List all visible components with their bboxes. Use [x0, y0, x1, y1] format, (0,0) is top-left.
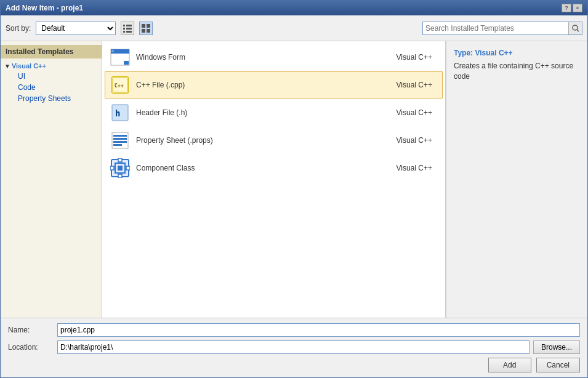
svg-rect-31	[118, 174, 122, 178]
location-row: Location: Browse...	[8, 340, 580, 354]
template-icon-component	[110, 158, 130, 178]
dialog: Add New Item - proje1 ? × Sort by: Defau…	[0, 0, 588, 378]
svg-rect-28	[110, 166, 114, 170]
info-panel: Type: Visual C++ Creates a file containi…	[446, 41, 587, 318]
svg-rect-20	[112, 132, 128, 148]
detail-view-icon	[142, 24, 150, 33]
svg-rect-30	[118, 158, 122, 162]
svg-rect-7	[147, 24, 150, 28]
detail-view-button[interactable]	[139, 22, 153, 35]
svg-rect-27	[118, 166, 123, 171]
template-item-cpp[interactable]: C++ C++ File (.cpp) Visual C++	[105, 71, 443, 99]
svg-rect-6	[142, 24, 145, 28]
name-input[interactable]	[57, 323, 580, 337]
close-button[interactable]: ×	[573, 4, 582, 12]
location-label: Location:	[8, 343, 57, 352]
svg-line-11	[577, 30, 579, 31]
list-view-button[interactable]	[121, 22, 134, 35]
info-type-value: Visual C++	[475, 49, 512, 57]
middle-section: Windows Form Visual C++ C++ C++ File (.c…	[102, 41, 587, 318]
template-tag-propsheet: Visual C++	[397, 136, 432, 145]
title-bar-buttons: ? ×	[562, 4, 582, 12]
template-name-header: Header File (.h)	[136, 108, 397, 117]
title-bar: Add New Item - proje1 ? ×	[1, 1, 587, 15]
template-tag-windows-form: Visual C++	[397, 53, 432, 62]
list-view-icon	[123, 24, 132, 33]
cpp-file-icon: C++	[111, 76, 129, 94]
svg-text:h: h	[115, 108, 120, 118]
svg-point-10	[573, 25, 578, 30]
sidebar: Installed Templates ▼ Visual C++ UI Code…	[1, 41, 102, 318]
template-item-windows-form[interactable]: Windows Form Visual C++	[105, 44, 443, 71]
template-icon-windows-form	[110, 47, 130, 67]
template-tag-cpp: Visual C++	[397, 81, 432, 89]
tree-root: ▼ Visual C++	[1, 61, 102, 71]
svg-rect-1	[126, 25, 132, 26]
propsheet-icon-svg	[111, 132, 129, 149]
browse-button[interactable]: Browse...	[533, 340, 580, 354]
template-item-header[interactable]: h Header File (.h) Visual C++	[105, 99, 443, 126]
help-button[interactable]: ?	[562, 4, 571, 12]
svg-rect-23	[113, 141, 127, 143]
search-icon	[572, 25, 579, 32]
svg-rect-29	[126, 166, 130, 170]
windows-form-icon	[110, 49, 130, 66]
svg-rect-14	[111, 50, 114, 52]
sidebar-item-ui[interactable]: UI	[15, 71, 102, 82]
svg-rect-15	[124, 61, 129, 65]
component-icon-svg	[110, 158, 130, 178]
header-icon-svg: h	[111, 104, 129, 121]
svg-rect-21	[113, 135, 127, 137]
tree-children: UI Code Property Sheets	[1, 71, 102, 104]
bottom-section: Name: Location: Browse... Add Cancel	[1, 318, 587, 377]
template-name-propsheet: Property Sheet (.props)	[136, 136, 397, 145]
svg-rect-9	[147, 29, 150, 33]
sidebar-header: Installed Templates	[1, 45, 102, 58]
add-button[interactable]: Add	[488, 358, 531, 372]
template-item-component[interactable]: Component Class Visual C++	[105, 155, 443, 182]
name-row: Name:	[8, 323, 580, 337]
template-tag-header: Visual C++	[397, 108, 432, 117]
collapse-icon[interactable]: ▼	[4, 63, 10, 70]
cpp-icon-svg: C++	[112, 76, 128, 94]
templates-list: Windows Form Visual C++ C++ C++ File (.c…	[102, 41, 446, 318]
toolbar: Sort by: Default	[1, 15, 587, 41]
template-icon-header: h	[110, 103, 130, 123]
svg-rect-4	[123, 31, 125, 33]
cancel-button[interactable]: Cancel	[536, 358, 580, 372]
search-box	[422, 22, 582, 35]
sort-label: Sort by:	[6, 24, 31, 33]
main-area: Installed Templates ▼ Visual C++ UI Code…	[1, 41, 587, 318]
template-name-cpp: C++ File (.cpp)	[136, 81, 397, 89]
info-description: Creates a file containing C++ source cod…	[454, 61, 580, 82]
template-item-propsheet[interactable]: Property Sheet (.props) Visual C++	[105, 127, 443, 154]
action-row: Add Cancel	[8, 358, 580, 372]
sidebar-item-property-sheets[interactable]: Property Sheets	[15, 93, 102, 104]
template-icon-propsheet	[110, 131, 130, 150]
sidebar-item-visual-cpp[interactable]: Visual C++	[12, 62, 46, 70]
info-type-label: Type:	[454, 49, 473, 57]
name-label: Name:	[8, 326, 57, 334]
svg-rect-5	[126, 31, 132, 33]
template-tag-component: Visual C++	[397, 164, 432, 172]
svg-rect-22	[113, 138, 127, 140]
info-type: Type: Visual C++	[454, 49, 580, 57]
location-input[interactable]	[57, 340, 530, 354]
sort-select[interactable]: Default	[36, 22, 116, 35]
svg-text:C++: C++	[115, 82, 124, 89]
svg-rect-8	[142, 29, 145, 33]
sidebar-item-code[interactable]: Code	[15, 82, 102, 93]
search-button[interactable]	[568, 22, 582, 34]
svg-rect-0	[123, 25, 125, 26]
dialog-title: Add New Item - proje1	[6, 4, 83, 12]
search-input[interactable]	[423, 22, 568, 34]
svg-rect-3	[126, 28, 132, 30]
template-name-component: Component Class	[136, 164, 397, 172]
template-icon-cpp: C++	[110, 75, 130, 95]
svg-rect-24	[113, 144, 122, 146]
svg-rect-2	[123, 28, 125, 30]
template-name-windows-form: Windows Form	[136, 53, 397, 62]
